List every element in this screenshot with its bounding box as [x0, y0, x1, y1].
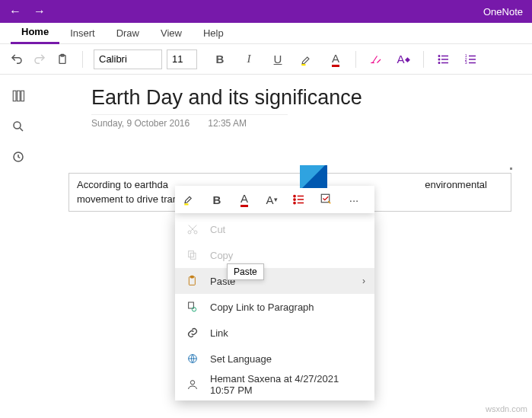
svg-point-36	[192, 308, 196, 311]
body-text-a[interactable]: According to earthda	[77, 179, 168, 190]
tab-help[interactable]: Help	[193, 24, 234, 43]
bullet-list-button[interactable]	[435, 50, 453, 69]
app-name: OneNote	[483, 6, 523, 18]
sidebar	[0, 75, 37, 418]
menu-author[interactable]: Hemant Saxena at 4/27/2021 10:57 PM	[175, 372, 374, 397]
mini-font-color-button[interactable]: A	[236, 191, 253, 208]
svg-rect-34	[190, 276, 193, 278]
numbered-list-button[interactable]: 123	[462, 50, 480, 69]
menu-set-language-label: Set Language	[210, 353, 272, 365]
page-date: Sunday, 9 October 2016	[91, 118, 190, 129]
menu-paste[interactable]: Paste ›	[175, 268, 374, 294]
mini-bullet-button[interactable]	[291, 191, 307, 208]
clear-formatting-button[interactable]	[367, 50, 385, 69]
svg-rect-15	[13, 91, 16, 101]
globe-icon	[186, 352, 199, 365]
menu-link-label: Link	[210, 327, 228, 339]
page-time: 12:35 AM	[208, 118, 247, 129]
forward-button[interactable]: →	[33, 5, 46, 18]
back-button[interactable]: ←	[9, 5, 21, 18]
redo-button[interactable]	[30, 50, 49, 69]
menu-cut-label: Cut	[210, 224, 225, 235]
svg-point-24	[294, 199, 295, 200]
svg-point-5	[438, 59, 440, 60]
svg-point-26	[294, 202, 295, 203]
mini-highlight-button[interactable]	[181, 191, 198, 208]
menu-cut: Cut	[175, 216, 374, 242]
tab-view[interactable]: View	[150, 24, 193, 43]
paste-tooltip: Paste	[227, 263, 264, 280]
page-meta: Sunday, 9 October 2016 12:35 AM	[91, 114, 288, 129]
mini-more-button[interactable]: ···	[346, 191, 362, 208]
paste-icon	[186, 274, 199, 288]
svg-point-18	[14, 122, 21, 129]
svg-rect-21	[184, 203, 188, 205]
nav-buttons: ← →	[9, 5, 46, 18]
chevron-right-icon: ›	[362, 276, 365, 286]
font-color-button[interactable]: A	[327, 50, 345, 69]
font-name-input[interactable]	[94, 49, 162, 69]
svg-rect-17	[21, 91, 24, 101]
recent-icon[interactable]	[11, 149, 26, 164]
cut-icon	[186, 222, 199, 236]
menu-author-label: Hemant Saxena at 4/27/2021 10:57 PM	[210, 373, 364, 396]
mini-toolbar: B A A▾ ···	[175, 186, 374, 213]
mini-bold-button[interactable]: B	[209, 191, 225, 208]
svg-point-7	[438, 62, 440, 63]
svg-point-38	[190, 381, 194, 384]
clipboard-button[interactable]	[53, 50, 72, 69]
menu-copy-label: Copy	[210, 250, 233, 261]
person-icon	[186, 378, 199, 391]
watermark: wsxdn.com	[486, 404, 527, 413]
svg-line-19	[20, 128, 23, 131]
svg-rect-28	[321, 194, 330, 203]
copy-icon	[186, 248, 199, 262]
menu-set-language[interactable]: Set Language	[175, 346, 374, 372]
menu-copy-link-label: Copy Link to Paragraph	[210, 302, 314, 313]
tab-draw[interactable]: Draw	[106, 24, 150, 43]
titlebar: ← → OneNote	[0, 0, 532, 23]
font-size-input[interactable]	[167, 49, 197, 69]
italic-button[interactable]: I	[240, 50, 258, 69]
notebooks-icon[interactable]	[11, 88, 26, 104]
page-title[interactable]: Earth Day and its significance	[91, 85, 517, 110]
mini-todo-button[interactable]	[318, 191, 335, 208]
bold-button[interactable]: B	[211, 50, 229, 69]
tab-home[interactable]: Home	[11, 23, 59, 44]
svg-rect-31	[189, 251, 194, 257]
svg-point-22	[294, 195, 295, 196]
svg-rect-2	[301, 64, 305, 65]
undo-button[interactable]	[8, 50, 26, 69]
menu-link[interactable]: Link	[175, 320, 374, 346]
context-menu: Cut Copy Paste › Copy Link to Paragraph …	[175, 213, 374, 400]
resize-handle[interactable]	[510, 168, 512, 170]
copy-link-icon	[186, 300, 199, 314]
highlight-button[interactable]	[298, 50, 316, 69]
svg-rect-16	[18, 91, 21, 101]
link-icon	[186, 326, 199, 340]
svg-rect-32	[190, 253, 196, 259]
ribbon: B I U A A◆ 123	[0, 44, 532, 75]
menu-copy-link[interactable]: Copy Link to Paragraph	[175, 294, 374, 320]
mini-font-size-button[interactable]: A▾	[263, 191, 280, 208]
svg-text:3: 3	[465, 60, 467, 65]
styles-button[interactable]: A◆	[394, 50, 413, 69]
tab-insert[interactable]: Insert	[59, 24, 106, 43]
ribbon-tabs: Home Insert Draw View Help	[0, 23, 532, 44]
svg-point-3	[438, 55, 440, 56]
menu-copy: Copy	[175, 242, 374, 268]
overlay-graphic	[300, 165, 327, 188]
search-icon[interactable]	[11, 119, 26, 134]
underline-button[interactable]: U	[269, 50, 287, 69]
